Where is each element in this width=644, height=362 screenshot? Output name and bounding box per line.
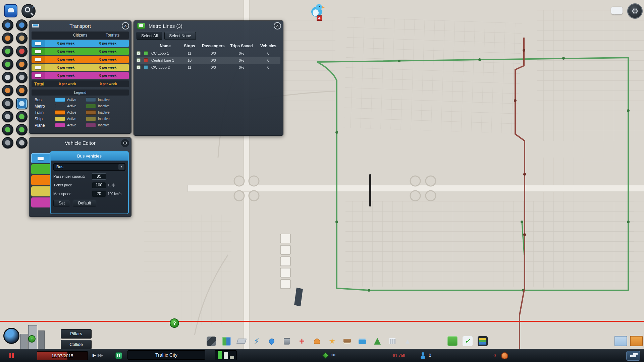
infoview-garbage-icon[interactable] [16,33,28,44]
date-text: 18/07/2015 [37,352,88,360]
play-button[interactable]: ▶ [93,353,96,358]
train-active-label: Active [65,111,86,114]
deathcare-icon[interactable] [311,335,323,347]
infoview-levels-icon[interactable] [2,59,13,70]
transport-row-ship[interactable]: 0 per week 0 per week [32,64,129,71]
transport-row-plane[interactable]: 0 per week 0 per week [32,72,129,79]
education-icon[interactable] [341,335,353,347]
infoview-health-icon[interactable] [16,46,28,57]
close-icon[interactable]: × [274,22,281,29]
line-checkbox[interactable]: ✓ [137,58,141,62]
transport-panel-titlebar[interactable]: Transport × [29,21,131,31]
vehicle-dropdown[interactable]: Bus ▼ [53,163,125,171]
line-color-swatch[interactable] [144,51,148,55]
tab-train[interactable] [31,175,50,185]
zoning-icon[interactable] [220,335,232,347]
parks-icon[interactable] [371,335,383,347]
electricity-icon[interactable]: ⚡ [251,335,263,347]
vehicle-editor-titlebar[interactable]: Vehicle Editor ⚙ [29,138,131,148]
line-checkbox[interactable]: ✓ [137,51,141,55]
select-none-button[interactable]: Select None [164,32,196,40]
line-color-swatch[interactable] [144,65,148,69]
infoview-time-icon[interactable] [16,137,28,148]
garbage-icon[interactable] [281,335,293,347]
city-info-button[interactable] [115,352,122,359]
infoview-pollution-icon[interactable] [2,137,13,148]
mod-toolbar-button[interactable] [4,4,17,17]
tab-ship[interactable] [31,186,50,196]
plane-active-label: Active [65,123,86,127]
chirper-button[interactable]: 4 [309,3,325,19]
infoview-fishing-icon[interactable] [16,59,28,70]
ticket-input[interactable]: 100 [92,182,106,188]
transport-row-metro[interactable]: 0 per week 0 per week [32,48,129,55]
default-button[interactable]: Default [73,200,96,206]
pause-button[interactable] [9,353,14,358]
infoview-happiness-icon[interactable] [2,46,13,57]
infoview-housing-icon[interactable] [16,85,28,96]
select-all-button[interactable]: Select All [137,32,162,40]
money-delta: -81,759 [381,353,405,358]
infoview-transport-icon[interactable] [16,98,28,109]
infoview-population-icon[interactable] [2,111,13,122]
help-button[interactable]: ? [170,318,179,328]
bus-tourists-value: 0 per week [87,42,129,45]
infoview-entertainment-icon[interactable] [2,85,13,96]
collide-button[interactable]: Collide [61,340,92,349]
demand-toggle-button[interactable] [3,328,19,344]
speed-input[interactable]: 20 [92,191,106,197]
transport-icon[interactable] [356,335,368,347]
chevron-down-icon[interactable]: ▼ [118,164,124,170]
transport-row-train[interactable]: 0 per week 0 per week [32,56,129,63]
districts-icon[interactable] [235,335,248,347]
infoview-economy-icon[interactable] [2,124,13,135]
free-camera-button[interactable]: ? [21,4,36,18]
infoview-terrain-icon[interactable] [2,33,13,44]
tab-metro[interactable] [31,164,50,174]
chirp-bubble-icon[interactable] [611,7,623,14]
total-label: Total [32,81,47,86]
line-color-swatch[interactable] [144,58,148,62]
tab-bus[interactable] [31,153,50,163]
infoview-nature-icon[interactable] [16,124,28,135]
legend-row-metro: Metro Active Inactive [32,103,129,109]
date-progress-bar[interactable]: 18/07/2015 [37,351,88,360]
metro-line-row[interactable]: ✓ Central Line 1 10 0/0 0% 0 [137,57,280,64]
mod-orange-button[interactable] [630,336,643,346]
transport-row-bus[interactable]: 0 per week 0 per week [32,40,129,47]
line-checkbox[interactable]: ✓ [137,65,141,69]
infoview-recycling-icon[interactable] [16,111,28,122]
plane-active-swatch [55,123,65,127]
set-button[interactable]: Set [53,200,70,206]
infoview-connections-icon[interactable] [16,72,28,83]
mod-green-button[interactable] [446,335,459,347]
metro-line-row[interactable]: ✓ CW Loop 2 11 0/0 0% 0 [137,64,280,71]
monuments-icon[interactable]: ▲ [401,335,414,347]
metro-line-row[interactable]: ✓ CC Loop 1 11 0/0 0% 0 [137,50,280,57]
infoview-paint-icon[interactable] [2,19,13,31]
rci-demand-meter[interactable] [215,350,237,360]
unique-buildings-icon[interactable] [386,335,398,347]
water-icon[interactable] [266,335,278,347]
close-icon[interactable]: × [122,22,129,29]
bulldozer-button[interactable] [626,351,640,361]
city-name[interactable]: Traffic City [127,350,205,360]
mod-checkbox-button[interactable]: ✓ [462,335,474,347]
tab-plane[interactable] [31,197,50,207]
capacity-input[interactable]: 85 [92,173,106,180]
metro-panel-titlebar[interactable]: Metro Lines (3) × [134,21,283,31]
infoview-water-icon[interactable] [16,19,28,31]
fast-forward-button[interactable]: ▶▶ [98,353,102,358]
happiness-icon[interactable] [501,352,508,359]
infoview-tourism-icon[interactable] [2,98,13,109]
healthcare-icon[interactable]: + [296,335,308,347]
police-icon[interactable]: ★ [326,335,338,347]
level-up-icon[interactable]: ↑ [28,335,36,343]
mod-blue-button[interactable] [614,336,627,346]
mod-palette-button[interactable] [477,335,489,347]
roads-icon[interactable] [205,335,217,347]
options-gear-button[interactable]: ⚙ [627,3,643,19]
infoview-industry-icon[interactable] [2,72,13,83]
pillars-button[interactable]: Pillars [61,329,92,339]
gear-icon[interactable]: ⚙ [121,139,129,147]
